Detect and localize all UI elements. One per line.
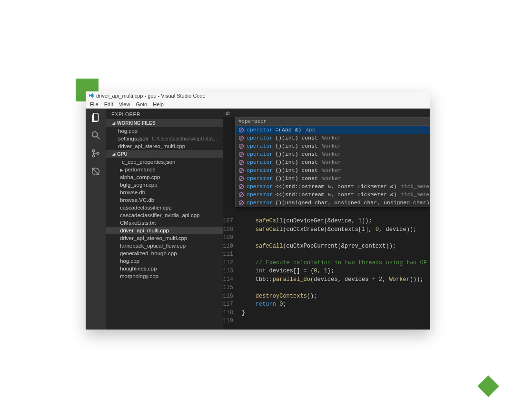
line-number: 107 <box>223 217 233 226</box>
intellisense-item[interactable]: operator()(int) constWorker <box>236 150 430 158</box>
svg-point-2 <box>92 150 95 152</box>
symbol-name: operator <box>247 183 273 190</box>
line-number: 119 <box>223 317 233 326</box>
intellisense-search[interactable]: #operator <box>236 118 430 126</box>
symbol-source: tick_meter.hpp <box>401 192 430 198</box>
tab-label[interactable]: dr <box>226 110 230 116</box>
code-line[interactable]: // Execute calculation in two threads us… <box>242 259 430 268</box>
working-file-item[interactable]: hog.cpp <box>106 127 223 135</box>
explorer-icon[interactable] <box>90 111 101 123</box>
debug-icon[interactable] <box>90 166 101 177</box>
file-item[interactable]: driver_api_multi.cpp <box>106 227 223 234</box>
file-item[interactable]: c_cpp_properties.json <box>106 158 223 166</box>
menu-file[interactable]: File <box>88 101 101 107</box>
intellisense-list: operator=(App &)Appoperator()(int) const… <box>236 126 430 207</box>
vscode-window: driver_api_multi.cpp - gpu - Visual Stud… <box>86 91 430 330</box>
file-item[interactable]: alpha_comp.cpp <box>106 173 223 181</box>
menu-goto[interactable]: Goto <box>133 101 149 107</box>
symbol-name: operator <box>247 151 273 157</box>
symbol-source: tick_meter.hpp <box>401 184 430 190</box>
code-line[interactable]: safeCall(cuCtxCreate(&contexts[1], 0, de… <box>242 226 430 234</box>
intellisense-item[interactable]: operator()(int) constWorker <box>236 166 430 174</box>
line-number: 109 <box>223 234 233 242</box>
menu-edit[interactable]: Edit <box>102 101 116 107</box>
symbol-source: Worker <box>322 160 341 165</box>
svg-line-1 <box>97 137 100 140</box>
file-item[interactable]: browse.VC.db <box>106 196 223 204</box>
intellisense-item[interactable]: operator()(int) constWorker <box>236 134 430 142</box>
file-item[interactable]: bgfg_segm.cpp <box>106 181 223 189</box>
svg-point-0 <box>92 132 98 137</box>
file-item[interactable]: cascadeclassifier.cpp <box>106 204 223 211</box>
line-number: 111 <box>223 250 233 259</box>
symbol-name: operator <box>247 143 273 149</box>
line-number: 112 <box>223 259 233 268</box>
search-icon[interactable] <box>90 130 101 141</box>
symbol-name: operator <box>247 135 273 141</box>
line-number: 108 <box>223 226 233 234</box>
code-line[interactable]: return 0; <box>242 300 430 309</box>
svg-line-10 <box>240 137 243 140</box>
working-files-list: hog.cppsettings.json C:\Users\aasthan\Ap… <box>106 127 223 150</box>
symbol-source: Worker <box>322 143 341 149</box>
activitybar <box>86 109 106 330</box>
symbol-icon <box>238 168 244 173</box>
explorer-sidebar: EXPLORER ◢ WORKING FILES hog.cppsettings… <box>106 109 223 330</box>
intellisense-item[interactable]: operator<<(std::ostream &, const TickMet… <box>236 182 430 190</box>
symbol-signature: ()(int) const <box>275 175 318 181</box>
intellisense-item[interactable]: operator()(int) constWorker <box>236 158 430 166</box>
file-item[interactable]: hog.cpp <box>106 257 223 265</box>
symbol-icon <box>238 143 244 149</box>
code-line[interactable] <box>242 234 430 242</box>
editor-tabbar[interactable]: dr <box>223 109 430 117</box>
chevron-down-icon: ◢ <box>112 121 115 125</box>
code-line[interactable]: } <box>242 309 430 318</box>
file-item[interactable]: cascadeclassifier_nvidia_api.cpp <box>106 211 223 219</box>
folder-header[interactable]: ◢ GPU <box>106 150 223 158</box>
file-item[interactable]: CMakeLists.txt <box>106 219 223 227</box>
code-line[interactable]: tbb::parallel_do(devices, devices + 2, W… <box>242 276 430 284</box>
intellisense-item[interactable]: operator=(App &)App <box>236 126 430 134</box>
code-line[interactable]: destroyContexts(); <box>242 292 430 301</box>
code-area[interactable]: 107108109110111112113114115116117118119 … <box>223 117 430 330</box>
intellisense-item[interactable]: operator()(unsigned char, unsigned char,… <box>236 199 430 207</box>
intellisense-item[interactable]: operator()(int) constWorker <box>236 174 430 182</box>
symbol-signature: ()(int) const <box>275 159 318 165</box>
code-line[interactable] <box>242 317 430 326</box>
symbol-source: Worker <box>322 151 341 157</box>
symbol-icon <box>238 184 244 190</box>
file-item[interactable]: farneback_optical_flow.cpp <box>106 242 223 250</box>
intellisense-item[interactable]: operator<<(std::ostream &, const TickMet… <box>236 190 430 199</box>
intellisense-item[interactable]: operator()(int) constWorker <box>236 142 430 150</box>
workbench: EXPLORER ◢ WORKING FILES hog.cppsettings… <box>86 109 430 330</box>
menu-help[interactable]: Help <box>150 101 166 107</box>
file-item[interactable]: generalized_hough.cpp <box>106 250 223 257</box>
svg-line-14 <box>240 153 243 156</box>
file-item[interactable]: driver_api_stereo_multi.cpp <box>106 234 223 242</box>
folder-item[interactable]: ▶performance <box>106 166 223 173</box>
code-line[interactable] <box>242 250 430 259</box>
working-files-header[interactable]: ◢ WORKING FILES <box>106 119 223 127</box>
working-file-item[interactable]: settings.json C:\Users\aasthan\AppData\.… <box>106 135 223 142</box>
symbol-signature: ()(int) const <box>275 135 318 141</box>
window-title: driver_api_multi.cpp - gpu - Visual Stud… <box>96 93 206 99</box>
line-number: 114 <box>223 276 233 284</box>
working-file-item[interactable]: driver_api_stereo_multi.cpp <box>106 142 223 150</box>
file-item[interactable]: morphology.cpp <box>106 272 223 280</box>
code-line[interactable]: safeCall(cuDeviceGet(&device, 1)); <box>242 217 430 226</box>
menu-view[interactable]: View <box>117 101 133 107</box>
chevron-down-icon: ◢ <box>112 152 115 156</box>
code-line[interactable] <box>242 284 430 292</box>
code-line[interactable]: safeCall(cuCtxPopCurrent(&prev_context))… <box>242 242 430 251</box>
folder-label: GPU <box>117 151 128 157</box>
source-control-icon[interactable] <box>90 148 101 159</box>
file-item[interactable]: browse.db <box>106 189 223 196</box>
svg-line-18 <box>240 169 243 172</box>
code-line[interactable]: int devices[] = {0, 1}; <box>242 267 430 276</box>
line-number: 110 <box>223 242 233 251</box>
file-item[interactable]: houghlines.cpp <box>106 265 223 272</box>
symbol-name: operator <box>247 191 273 198</box>
menubar[interactable]: File Edit View Goto Help <box>86 100 430 109</box>
svg-line-16 <box>240 161 243 164</box>
intellisense-popup[interactable]: #operator operator=(App &)Appoperator()(… <box>235 117 430 207</box>
